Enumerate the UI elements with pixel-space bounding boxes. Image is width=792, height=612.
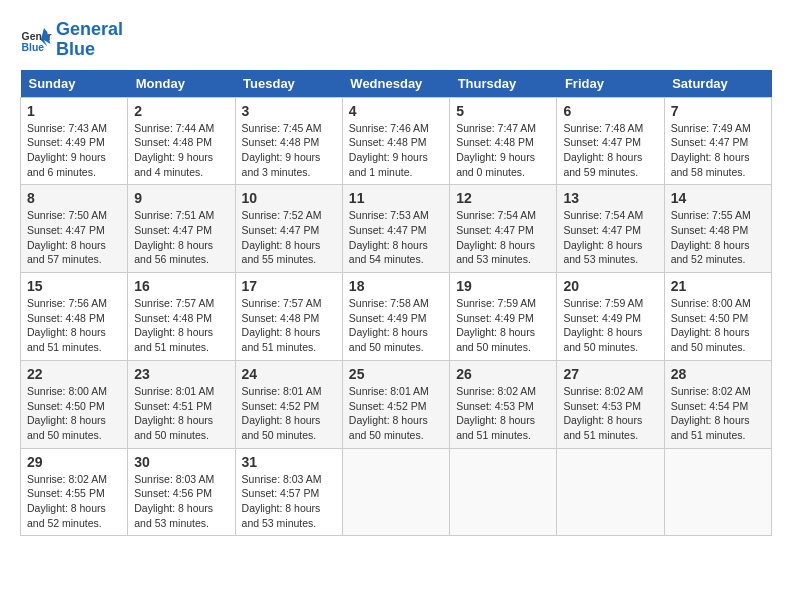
calendar-cell: 26 Sunrise: 8:02 AM Sunset: 4:53 PM Dayl… — [450, 360, 557, 448]
week-row-1: 1 Sunrise: 7:43 AM Sunset: 4:49 PM Dayli… — [21, 97, 772, 185]
day-info: Sunrise: 8:02 AM Sunset: 4:53 PM Dayligh… — [456, 384, 550, 443]
calendar-cell: 14 Sunrise: 7:55 AM Sunset: 4:48 PM Dayl… — [664, 185, 771, 273]
calendar-cell: 22 Sunrise: 8:00 AM Sunset: 4:50 PM Dayl… — [21, 360, 128, 448]
col-header-wednesday: Wednesday — [342, 70, 449, 98]
day-info: Sunrise: 7:57 AM Sunset: 4:48 PM Dayligh… — [242, 296, 336, 355]
calendar-cell: 15 Sunrise: 7:56 AM Sunset: 4:48 PM Dayl… — [21, 273, 128, 361]
day-number: 3 — [242, 103, 336, 119]
day-info: Sunrise: 7:54 AM Sunset: 4:47 PM Dayligh… — [456, 208, 550, 267]
calendar-cell: 3 Sunrise: 7:45 AM Sunset: 4:48 PM Dayli… — [235, 97, 342, 185]
day-number: 22 — [27, 366, 121, 382]
calendar-cell — [342, 448, 449, 536]
day-info: Sunrise: 8:01 AM Sunset: 4:52 PM Dayligh… — [242, 384, 336, 443]
day-number: 20 — [563, 278, 657, 294]
calendar-cell: 31 Sunrise: 8:03 AM Sunset: 4:57 PM Dayl… — [235, 448, 342, 536]
day-number: 12 — [456, 190, 550, 206]
day-info: Sunrise: 7:46 AM Sunset: 4:48 PM Dayligh… — [349, 121, 443, 180]
day-number: 11 — [349, 190, 443, 206]
day-info: Sunrise: 7:45 AM Sunset: 4:48 PM Dayligh… — [242, 121, 336, 180]
day-number: 2 — [134, 103, 228, 119]
day-info: Sunrise: 7:54 AM Sunset: 4:47 PM Dayligh… — [563, 208, 657, 267]
calendar-cell: 2 Sunrise: 7:44 AM Sunset: 4:48 PM Dayli… — [128, 97, 235, 185]
calendar-cell: 27 Sunrise: 8:02 AM Sunset: 4:53 PM Dayl… — [557, 360, 664, 448]
day-info: Sunrise: 8:02 AM Sunset: 4:54 PM Dayligh… — [671, 384, 765, 443]
day-info: Sunrise: 7:48 AM Sunset: 4:47 PM Dayligh… — [563, 121, 657, 180]
day-number: 25 — [349, 366, 443, 382]
calendar-cell: 16 Sunrise: 7:57 AM Sunset: 4:48 PM Dayl… — [128, 273, 235, 361]
day-info: Sunrise: 8:02 AM Sunset: 4:55 PM Dayligh… — [27, 472, 121, 531]
calendar-cell: 7 Sunrise: 7:49 AM Sunset: 4:47 PM Dayli… — [664, 97, 771, 185]
day-number: 8 — [27, 190, 121, 206]
day-number: 23 — [134, 366, 228, 382]
calendar-cell — [557, 448, 664, 536]
calendar-cell: 13 Sunrise: 7:54 AM Sunset: 4:47 PM Dayl… — [557, 185, 664, 273]
day-info: Sunrise: 8:03 AM Sunset: 4:56 PM Dayligh… — [134, 472, 228, 531]
day-info: Sunrise: 8:03 AM Sunset: 4:57 PM Dayligh… — [242, 472, 336, 531]
calendar-table: SundayMondayTuesdayWednesdayThursdayFrid… — [20, 70, 772, 537]
day-info: Sunrise: 8:00 AM Sunset: 4:50 PM Dayligh… — [671, 296, 765, 355]
logo-name: General — [56, 20, 123, 40]
calendar-cell: 12 Sunrise: 7:54 AM Sunset: 4:47 PM Dayl… — [450, 185, 557, 273]
col-header-monday: Monday — [128, 70, 235, 98]
day-number: 15 — [27, 278, 121, 294]
day-info: Sunrise: 8:01 AM Sunset: 4:51 PM Dayligh… — [134, 384, 228, 443]
calendar-cell: 20 Sunrise: 7:59 AM Sunset: 4:49 PM Dayl… — [557, 273, 664, 361]
day-number: 30 — [134, 454, 228, 470]
day-number: 24 — [242, 366, 336, 382]
calendar-cell: 1 Sunrise: 7:43 AM Sunset: 4:49 PM Dayli… — [21, 97, 128, 185]
day-info: Sunrise: 7:59 AM Sunset: 4:49 PM Dayligh… — [456, 296, 550, 355]
day-number: 5 — [456, 103, 550, 119]
calendar-cell: 4 Sunrise: 7:46 AM Sunset: 4:48 PM Dayli… — [342, 97, 449, 185]
day-info: Sunrise: 7:55 AM Sunset: 4:48 PM Dayligh… — [671, 208, 765, 267]
day-number: 10 — [242, 190, 336, 206]
page-header: General Blue General Blue — [20, 20, 772, 60]
day-number: 9 — [134, 190, 228, 206]
day-info: Sunrise: 7:59 AM Sunset: 4:49 PM Dayligh… — [563, 296, 657, 355]
col-header-thursday: Thursday — [450, 70, 557, 98]
day-number: 19 — [456, 278, 550, 294]
day-number: 13 — [563, 190, 657, 206]
day-info: Sunrise: 7:57 AM Sunset: 4:48 PM Dayligh… — [134, 296, 228, 355]
day-number: 29 — [27, 454, 121, 470]
day-info: Sunrise: 7:44 AM Sunset: 4:48 PM Dayligh… — [134, 121, 228, 180]
day-info: Sunrise: 7:49 AM Sunset: 4:47 PM Dayligh… — [671, 121, 765, 180]
calendar-cell: 21 Sunrise: 8:00 AM Sunset: 4:50 PM Dayl… — [664, 273, 771, 361]
logo: General Blue General Blue — [20, 20, 123, 60]
calendar-cell — [450, 448, 557, 536]
day-number: 18 — [349, 278, 443, 294]
day-info: Sunrise: 7:47 AM Sunset: 4:48 PM Dayligh… — [456, 121, 550, 180]
logo-blue: Blue — [56, 40, 123, 60]
calendar-cell: 17 Sunrise: 7:57 AM Sunset: 4:48 PM Dayl… — [235, 273, 342, 361]
calendar-cell: 10 Sunrise: 7:52 AM Sunset: 4:47 PM Dayl… — [235, 185, 342, 273]
calendar-cell: 18 Sunrise: 7:58 AM Sunset: 4:49 PM Dayl… — [342, 273, 449, 361]
col-header-sunday: Sunday — [21, 70, 128, 98]
week-row-5: 29 Sunrise: 8:02 AM Sunset: 4:55 PM Dayl… — [21, 448, 772, 536]
day-info: Sunrise: 8:01 AM Sunset: 4:52 PM Dayligh… — [349, 384, 443, 443]
week-row-4: 22 Sunrise: 8:00 AM Sunset: 4:50 PM Dayl… — [21, 360, 772, 448]
svg-text:Blue: Blue — [22, 42, 45, 53]
day-number: 1 — [27, 103, 121, 119]
calendar-cell: 30 Sunrise: 8:03 AM Sunset: 4:56 PM Dayl… — [128, 448, 235, 536]
day-number: 7 — [671, 103, 765, 119]
calendar-cell: 25 Sunrise: 8:01 AM Sunset: 4:52 PM Dayl… — [342, 360, 449, 448]
col-header-saturday: Saturday — [664, 70, 771, 98]
calendar-cell: 11 Sunrise: 7:53 AM Sunset: 4:47 PM Dayl… — [342, 185, 449, 273]
day-number: 16 — [134, 278, 228, 294]
calendar-cell: 23 Sunrise: 8:01 AM Sunset: 4:51 PM Dayl… — [128, 360, 235, 448]
day-number: 4 — [349, 103, 443, 119]
calendar-cell: 6 Sunrise: 7:48 AM Sunset: 4:47 PM Dayli… — [557, 97, 664, 185]
day-number: 31 — [242, 454, 336, 470]
day-info: Sunrise: 7:53 AM Sunset: 4:47 PM Dayligh… — [349, 208, 443, 267]
week-row-3: 15 Sunrise: 7:56 AM Sunset: 4:48 PM Dayl… — [21, 273, 772, 361]
logo-icon: General Blue — [20, 24, 52, 56]
calendar-cell: 8 Sunrise: 7:50 AM Sunset: 4:47 PM Dayli… — [21, 185, 128, 273]
day-info: Sunrise: 8:00 AM Sunset: 4:50 PM Dayligh… — [27, 384, 121, 443]
calendar-cell: 28 Sunrise: 8:02 AM Sunset: 4:54 PM Dayl… — [664, 360, 771, 448]
day-info: Sunrise: 7:50 AM Sunset: 4:47 PM Dayligh… — [27, 208, 121, 267]
calendar-cell: 19 Sunrise: 7:59 AM Sunset: 4:49 PM Dayl… — [450, 273, 557, 361]
day-info: Sunrise: 7:52 AM Sunset: 4:47 PM Dayligh… — [242, 208, 336, 267]
day-info: Sunrise: 8:02 AM Sunset: 4:53 PM Dayligh… — [563, 384, 657, 443]
calendar-cell — [664, 448, 771, 536]
col-header-tuesday: Tuesday — [235, 70, 342, 98]
calendar-cell: 9 Sunrise: 7:51 AM Sunset: 4:47 PM Dayli… — [128, 185, 235, 273]
